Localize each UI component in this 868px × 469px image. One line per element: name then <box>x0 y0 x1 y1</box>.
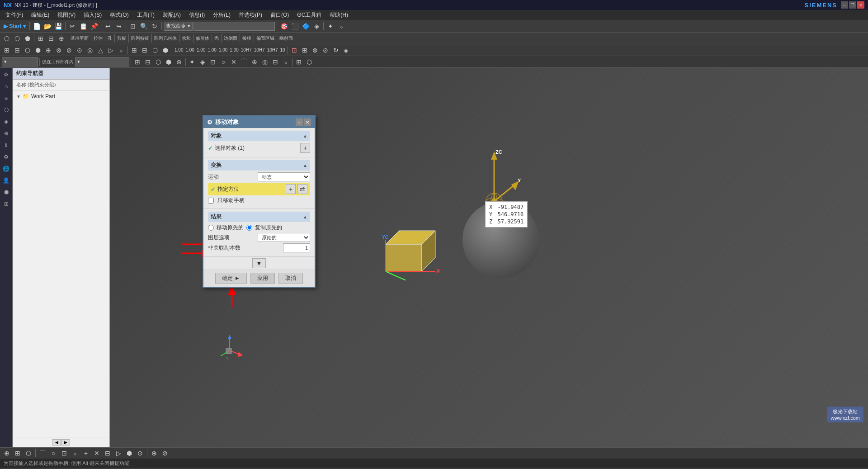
work-layer-dropdown[interactable]: ▾ <box>2 57 38 66</box>
sidebar-home-icon[interactable]: ⌂ <box>1 81 11 91</box>
t3-btn12[interactable]: ⬦ <box>116 45 126 55</box>
t3-btn15[interactable]: ⬡ <box>150 45 160 55</box>
t4-btn4[interactable]: ⬢ <box>164 57 174 67</box>
cancel-button[interactable]: 取消 <box>278 273 303 284</box>
snap-midpoint-btn[interactable]: ⊡ <box>208 57 218 67</box>
copy-original-radio[interactable] <box>246 225 252 231</box>
t3-btn22[interactable]: ◈ <box>341 45 351 55</box>
t3-btn5[interactable]: ⊕ <box>43 45 53 55</box>
t4-btn5[interactable]: ⊕ <box>174 57 184 67</box>
menu-gc-tools[interactable]: GC工具箱 <box>293 10 325 20</box>
dialog-close-btn[interactable]: ✕ <box>304 118 311 126</box>
t3-btn18[interactable]: ⊞ <box>300 45 310 55</box>
expand-btn[interactable]: ▼ <box>252 258 266 268</box>
sidebar-extra-icon[interactable]: ⊞ <box>1 199 11 209</box>
bt-btn15[interactable]: ⊘ <box>160 448 170 458</box>
bt-btn12[interactable]: ⬢ <box>124 448 134 458</box>
sidebar-info-icon[interactable]: ℹ <box>1 140 11 150</box>
bt-btn9[interactable]: ✕ <box>92 448 102 458</box>
pull-face-btn[interactable]: ⊕ <box>57 33 66 43</box>
t3-btn14[interactable]: ⊟ <box>140 45 150 55</box>
view-section-btn[interactable]: ⬛ <box>290 21 300 31</box>
t3-btn17[interactable]: ⊡ <box>289 45 299 55</box>
cut-btn[interactable]: ✂ <box>67 21 77 31</box>
snap-center-btn[interactable]: ○ <box>218 57 228 67</box>
sidebar-parts-icon[interactable]: ⬡ <box>1 105 11 115</box>
view-orient-btn[interactable]: 🎯 <box>279 21 289 31</box>
menu-view[interactable]: 视图(V) <box>54 10 79 20</box>
viewport[interactable]: YC XC ZC YC <box>110 68 868 447</box>
snap-tangent-btn[interactable]: ◎ <box>260 57 270 67</box>
close-button[interactable]: ✕ <box>857 1 864 9</box>
ok-button[interactable]: 确定 ► <box>215 273 246 284</box>
paste-btn[interactable]: 📌 <box>89 21 99 31</box>
bt-btn3[interactable]: ⬡ <box>24 448 33 458</box>
zoom-btn[interactable]: 🔍 <box>139 21 149 31</box>
object-collapse-arrow[interactable]: ▲ <box>303 133 307 138</box>
snap-intersection-btn[interactable]: ✕ <box>229 57 239 67</box>
filter-dropdown[interactable]: ▾ <box>75 57 129 66</box>
bt-btn5[interactable]: ○ <box>48 448 58 458</box>
t3-btn13[interactable]: ⊞ <box>129 45 139 55</box>
menu-analysis[interactable]: 分析(L) <box>209 10 234 20</box>
sidebar-ops-icon[interactable]: ⊕ <box>1 128 11 138</box>
sidebar-roles-icon[interactable]: 👤 <box>1 175 11 185</box>
bt-btn2[interactable]: ⊞ <box>13 448 23 458</box>
cmd-search-input[interactable] <box>193 22 275 31</box>
snap-edge-btn[interactable]: ⊟ <box>270 57 280 67</box>
bt-btn6[interactable]: ⊡ <box>59 448 69 458</box>
t4-btn3[interactable]: ⬡ <box>153 57 163 67</box>
bt-btn13[interactable]: ⊙ <box>135 448 145 458</box>
bt-btn4[interactable]: ⌒ <box>38 448 47 458</box>
t3-btn2[interactable]: ⊟ <box>12 45 22 55</box>
rotate-btn[interactable]: ↻ <box>150 21 160 31</box>
scroll-left-btn[interactable]: ◀ <box>52 439 61 445</box>
selection-btn[interactable]: ⬦ <box>336 21 346 31</box>
t4-misc1[interactable]: ⊞ <box>294 57 304 67</box>
sidebar-layers-icon[interactable]: ≡ <box>1 93 11 103</box>
menu-assembly[interactable]: 装配(A) <box>159 10 184 20</box>
t3-btn16[interactable]: ⬢ <box>160 45 170 55</box>
sidebar-process-icon[interactable]: ⬢ <box>1 187 11 197</box>
open-file-btn[interactable]: 📂 <box>42 21 52 31</box>
render-style-btn[interactable]: 🔷 <box>301 21 311 31</box>
layer-select[interactable]: 原始的 <box>258 233 310 242</box>
bt-btn7[interactable]: ⬦ <box>70 448 80 458</box>
tree-expand-arrow[interactable]: ▼ <box>16 94 21 99</box>
add-object-btn[interactable]: + <box>300 143 310 153</box>
start-btn[interactable]: ▶ Start ▾ <box>2 23 28 29</box>
t3-btn9[interactable]: ◎ <box>85 45 95 55</box>
menu-file[interactable]: 文件(F) <box>2 10 27 20</box>
apply-button[interactable]: 应用 <box>250 273 275 284</box>
fit-btn[interactable]: ⊡ <box>128 21 138 31</box>
dialog-collapse-btn[interactable]: ○ <box>296 118 303 126</box>
minimize-button[interactable]: ─ <box>841 1 848 9</box>
redo-btn[interactable]: ↪ <box>114 21 124 31</box>
offset-btn[interactable]: ⊟ <box>46 33 56 43</box>
t3-btn1[interactable]: ⊞ <box>2 45 12 55</box>
menu-preferences[interactable]: 首选项(P) <box>235 10 266 20</box>
t3-btn11[interactable]: ▷ <box>106 45 116 55</box>
bt-btn1[interactable]: ⊕ <box>2 448 12 458</box>
tree-root-item[interactable]: ▼ 📁 Work Part <box>14 92 108 100</box>
t3-btn4[interactable]: ⬢ <box>33 45 43 55</box>
motion-select[interactable]: 动态 <box>258 172 310 181</box>
menu-insert[interactable]: 插入(S) <box>80 10 105 20</box>
t3-btn21[interactable]: ↻ <box>331 45 341 55</box>
sidebar-reuse-icon[interactable]: ♻ <box>1 152 11 162</box>
snap-arc-btn[interactable]: ⌒ <box>239 57 249 67</box>
t3-btn8[interactable]: ⊙ <box>75 45 85 55</box>
save-btn[interactable]: 💾 <box>53 21 63 31</box>
move-face-btn[interactable]: ⊞ <box>36 33 46 43</box>
menu-tools[interactable]: 工具(T) <box>133 10 158 20</box>
sidebar-settings-icon[interactable]: ⚙ <box>1 70 11 80</box>
copy-btn[interactable]: 📋 <box>78 21 88 31</box>
snap-btn[interactable]: ✦ <box>326 21 335 31</box>
snap-point-btn[interactable]: ✦ <box>187 57 197 67</box>
menu-format[interactable]: 格式(O) <box>106 10 132 20</box>
t3-btn7[interactable]: ⊘ <box>64 45 74 55</box>
only-handle-checkbox[interactable] <box>208 198 214 204</box>
t4-btn2[interactable]: ⊟ <box>143 57 153 67</box>
new-file-btn[interactable]: 📄 <box>32 21 42 31</box>
bt-btn14[interactable]: ⊕ <box>149 448 159 458</box>
